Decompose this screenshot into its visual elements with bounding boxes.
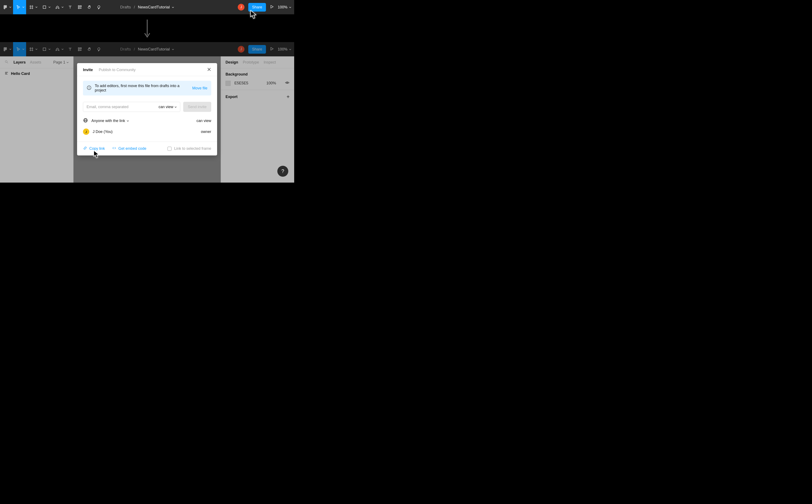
search-icon[interactable] [5,60,8,65]
tab-prototype[interactable]: Prototype [243,60,259,65]
modal-tabs: Invite Publish to Community [83,68,136,72]
page-selector[interactable]: Page 1 [53,60,69,65]
file-name: NewsCardTutorial [138,5,170,9]
present-button[interactable] [270,47,274,52]
owner-name: J Doe (You) [93,130,112,134]
rectangle-icon [42,5,47,9]
text-tool-button[interactable] [65,0,75,14]
email-input[interactable]: Email, comma separated can view [83,102,180,112]
comment-tool-button[interactable] [94,42,104,56]
frame-tool-button[interactable] [26,42,39,56]
globe-icon [83,118,88,124]
tab-layers[interactable]: Layers [13,60,26,65]
link-icon [83,146,87,151]
svg-rect-23 [43,48,46,51]
breadcrumb-folder[interactable]: Drafts [120,47,131,52]
tab-invite[interactable]: Invite [83,68,93,72]
zoom-value: 100% [278,5,288,9]
align-left-icon [5,71,8,76]
perm-label: can view [158,105,173,109]
breadcrumb-folder[interactable]: Drafts [120,5,131,9]
present-button[interactable] [270,5,274,10]
embed-code-button[interactable]: Get embed code [112,146,146,151]
owner-row: J J Doe (You) owner [83,129,211,135]
email-placeholder: Email, comma separated [86,105,128,109]
cursor-icon [16,5,21,9]
svg-rect-26 [78,50,80,51]
breadcrumb-file[interactable]: NewsCardTutorial [138,5,174,9]
text-icon [68,5,72,9]
cursor-pointer-icon [250,10,258,21]
main-menu-button[interactable] [0,0,13,14]
zoom-menu[interactable]: 100% [278,47,291,52]
close-button[interactable] [207,67,211,73]
share-button[interactable]: Share [248,45,266,54]
tool-group-left [0,0,104,14]
page-label: Page 1 [53,60,65,65]
text-tool-button[interactable] [65,42,75,56]
frame-icon [29,47,34,52]
tab-assets[interactable]: Assets [30,60,41,65]
pen-tool-button[interactable] [52,0,65,14]
link-permission[interactable]: can view [196,119,211,123]
invite-row: Email, comma separated can view Send inv… [83,102,211,112]
svg-point-32 [287,82,288,83]
chevron-down-icon [289,5,291,9]
visibility-toggle[interactable] [285,80,290,86]
modal-header: Invite Publish to Community [77,63,217,76]
pen-tool-button[interactable] [52,42,65,56]
left-panel-tabs: Layers Assets Page 1 [0,56,73,68]
background-row[interactable]: E5E5E5 100% [226,80,290,86]
frame-label: Link to selected frame [174,146,211,151]
main-menu-button[interactable] [0,42,13,56]
frame-tool-button[interactable] [26,0,39,14]
svg-rect-9 [43,6,46,9]
tab-inspect[interactable]: Inspect [264,60,276,65]
resources-button[interactable] [75,42,85,56]
info-banner: To add editors, first move this file fro… [83,81,211,95]
tab-design[interactable]: Design [226,60,238,65]
cursor-pointer-icon [93,150,101,160]
hand-tool-button[interactable] [85,42,94,56]
text-icon [68,47,72,52]
link-scope-dropdown[interactable]: Anyone with the link [91,119,129,123]
resources-icon [77,47,82,52]
chevron-down-icon [172,5,174,9]
figma-logo-icon [3,5,8,9]
info-icon [87,85,91,91]
layer-row[interactable]: Hello Card [0,68,73,79]
bg-hex: E5E5E5 [235,81,248,85]
comment-tool-button[interactable] [94,0,104,14]
help-button[interactable]: ? [277,166,288,177]
svg-point-3 [5,7,7,8]
permission-dropdown[interactable]: can view [158,105,177,109]
add-export-button[interactable]: + [287,94,290,100]
color-swatch[interactable] [226,81,231,86]
user-avatar[interactable]: J [238,46,245,53]
chevron-down-icon [35,47,37,51]
chevron-down-icon [35,5,37,9]
send-invite-button[interactable]: Send invite [183,102,211,112]
resources-icon [77,5,82,9]
tab-publish[interactable]: Publish to Community [99,68,136,72]
breadcrumb-sep: / [134,5,135,9]
shape-tool-button[interactable] [39,42,52,56]
link-to-frame-checkbox[interactable]: Link to selected frame [167,146,211,151]
toolbar-right: J Share 100% [238,45,291,54]
svg-rect-25 [80,48,81,49]
checkbox-icon [167,147,171,151]
breadcrumb-sep: / [134,47,135,52]
move-tool-button[interactable] [13,42,26,56]
chevron-down-icon [22,47,24,51]
move-tool-button[interactable] [13,0,26,14]
layer-name: Hello Card [11,72,30,76]
user-avatar[interactable]: J [238,4,245,11]
shape-tool-button[interactable] [39,0,52,14]
right-panel-tabs: Design Prototype Inspect [221,56,294,68]
move-file-link[interactable]: Move file [192,86,208,90]
hand-tool-button[interactable] [85,0,94,14]
resources-button[interactable] [75,0,85,14]
zoom-menu[interactable]: 100% [278,5,291,9]
zoom-value: 100% [278,47,288,52]
breadcrumb-file[interactable]: NewsCardTutorial [138,47,174,52]
